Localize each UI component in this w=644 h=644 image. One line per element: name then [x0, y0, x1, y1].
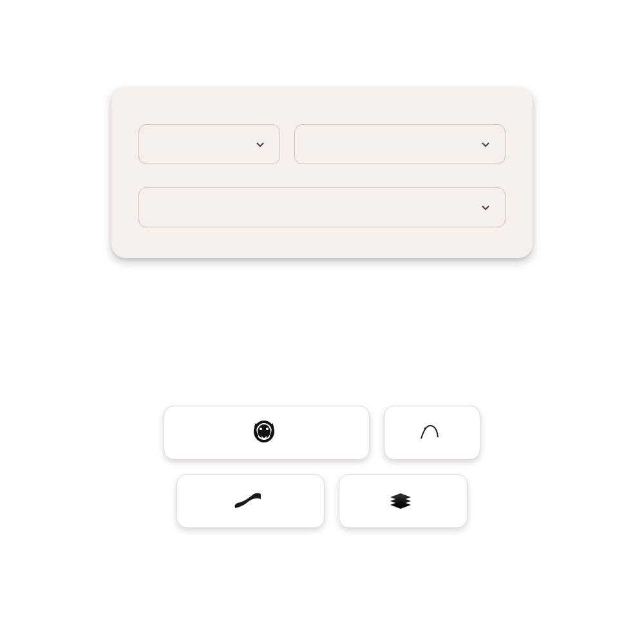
svg-point-4	[266, 428, 269, 430]
location-select[interactable]	[138, 187, 506, 227]
db-type-field	[138, 114, 280, 164]
svg-point-5	[424, 428, 426, 430]
mysql-icon	[419, 422, 440, 444]
version-field	[294, 114, 506, 164]
redis-logo-chip	[339, 474, 468, 528]
mysql-logo-chip	[384, 406, 480, 460]
postgresql-logo-chip	[164, 406, 370, 460]
mariadb-logo-chip	[176, 474, 325, 528]
svg-point-3	[260, 428, 262, 430]
database-logo-grid	[155, 406, 489, 542]
version-select[interactable]	[294, 124, 506, 164]
database-config-card	[111, 87, 533, 258]
svg-point-2	[258, 424, 270, 439]
chevron-down-icon	[480, 202, 491, 213]
mariadb-icon	[232, 490, 263, 512]
db-type-select[interactable]	[138, 124, 280, 164]
redis-icon	[388, 489, 413, 513]
location-section	[138, 187, 506, 227]
chevron-down-icon	[480, 139, 491, 149]
chevron-down-icon	[255, 139, 265, 149]
postgresql-icon	[250, 419, 278, 447]
